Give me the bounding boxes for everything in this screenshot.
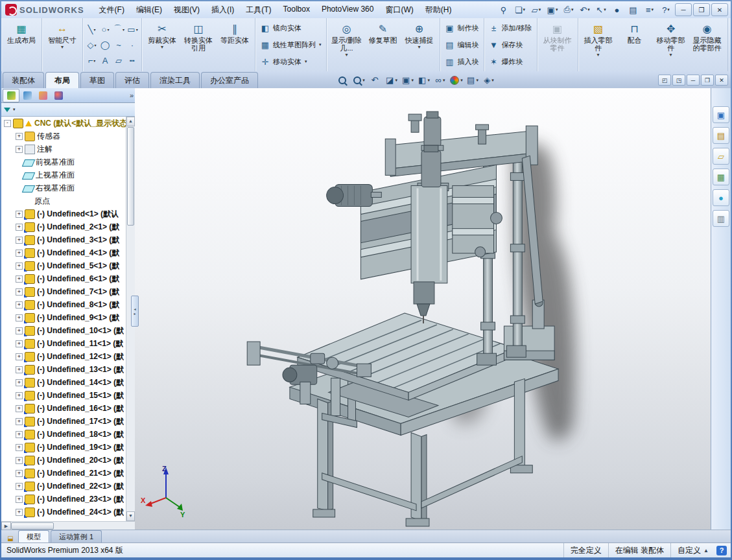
mirror-entities-button[interactable]: ◧ 镜向实体 [259, 21, 323, 36]
close-window-button[interactable]: ✕ [711, 3, 728, 16]
tree-item-component[interactable]: + (-) Undefined_3<1> (默 [1, 233, 126, 246]
tree-expander[interactable]: + [16, 288, 23, 296]
tree-expander[interactable]: + [16, 483, 23, 490]
tree-item-right-plane[interactable]: 右视基准面 [1, 181, 126, 194]
scrollbar-thumb[interactable] [127, 127, 134, 226]
mate-button[interactable]: ⊓ 配合 [617, 19, 653, 70]
tab-sketch[interactable]: 草图 [80, 72, 114, 88]
tree-item-component[interactable]: + (-) Undefined_18<1> (默 [1, 428, 126, 441]
status-help-button[interactable]: ? [716, 546, 727, 555]
zoom-fit-icon[interactable] [336, 74, 350, 86]
previous-view-icon[interactable]: ↶ [368, 74, 383, 86]
menu-tools[interactable]: 工具(T) [240, 3, 277, 18]
rectangle-tool[interactable]: ▭▾ [126, 21, 139, 37]
circle-tool[interactable]: ○▾ [99, 21, 112, 37]
menu-window[interactable]: 窗口(W) [379, 3, 419, 18]
filter-funnel-icon[interactable] [4, 108, 10, 112]
tree-item-component[interactable]: + (-) Undefined_4<1> (默 [1, 246, 126, 259]
tree-item-component[interactable]: + (-) Undefined_15<1> (默 [1, 389, 126, 402]
trim-entities-button[interactable]: ✂ 剪裁实体 ▾ [144, 19, 180, 70]
tree-horizontal-scrollbar[interactable]: ◀ ▶ [1, 521, 135, 530]
menu-edit[interactable]: 编辑(E) [130, 3, 168, 18]
ellipse-tool[interactable]: ◯ [99, 37, 112, 52]
section-view-icon[interactable]: ◪▾ [384, 74, 399, 86]
panel-overflow-chevron[interactable]: » [130, 91, 134, 99]
tree-item-component[interactable]: + (-) Undefined_14<1> (默 [1, 376, 126, 389]
select-arrow-icon[interactable]: ↖▾ [593, 3, 609, 16]
menu-toolbox[interactable]: Toolbox [277, 3, 316, 18]
edit-block-button[interactable]: ▤ 编辑块 [443, 38, 480, 52]
tree-root-assembly[interactable]: - CNC (默认<默认_显示状态 [1, 117, 126, 130]
move-entities-button[interactable]: ✛ 移动实体 ▾ [259, 54, 323, 69]
tree-expander[interactable]: - [4, 120, 11, 127]
tree-expander[interactable]: + [16, 237, 23, 244]
scroll-up-arrow[interactable]: ▲ [126, 117, 135, 126]
tree-item-component[interactable]: + (-) Undefined_11<1> (默 [1, 337, 126, 350]
new-document-icon[interactable]: ❏▾ [512, 3, 528, 16]
open-document-icon[interactable]: ▱▾ [528, 3, 544, 16]
tree-expander[interactable]: + [16, 509, 23, 516]
tree-item-top-plane[interactable]: 上视基准面 [1, 169, 126, 181]
view-orientation-icon[interactable]: ▣▾ [401, 74, 415, 86]
graphics-viewport[interactable]: Z X Y [135, 88, 711, 530]
tree-expander[interactable] [16, 172, 21, 178]
help-icon[interactable]: ?▾ [658, 3, 674, 16]
tree-item-component[interactable]: + (-) Undefined_10<1> (默 [1, 324, 126, 337]
plane-tool[interactable]: ▱ [112, 52, 126, 68]
split-pane-left-button[interactable]: ◰ [658, 75, 671, 86]
tree-expander[interactable]: + [16, 405, 23, 412]
menu-photoview[interactable]: PhotoView 360 [316, 3, 380, 18]
restore-document-button[interactable]: ❐ [701, 75, 714, 86]
display-delete-relations-button[interactable]: ◎ 显示/删除几... ▾ [329, 19, 365, 70]
tab-motion-study-1[interactable]: 运动算例 1 [51, 530, 102, 543]
menu-insert[interactable]: 插入(I) [206, 3, 240, 18]
tree-expander[interactable]: + [16, 392, 23, 399]
tree-expander[interactable]: + [16, 340, 23, 347]
tab-evaluate[interactable]: 评估 [115, 72, 149, 88]
tree-item-component[interactable]: + (-) Undefined_2<1> (默 [1, 220, 126, 233]
insert-block-button[interactable]: ▥ 插入块 [443, 54, 480, 69]
panel-splitter[interactable]: ◂▸ [131, 296, 139, 327]
tree-expander[interactable]: + [16, 275, 23, 283]
line-tool[interactable]: ╲▾ [85, 21, 99, 37]
tree-expander[interactable]: + [16, 327, 23, 334]
tab-assembly[interactable]: 装配体 [3, 72, 44, 88]
rebuild-icon[interactable]: ● [609, 3, 625, 16]
hide-show-items-icon[interactable]: ∞▾ [433, 74, 447, 86]
menu-view[interactable]: 视图(V) [168, 3, 206, 18]
property-manager-tab[interactable] [19, 89, 35, 102]
tree-item-component[interactable]: + (-) Undefined_17<1> (默 [1, 415, 126, 428]
display-style-icon[interactable]: ◧▾ [417, 74, 431, 86]
tab-layout[interactable]: 布局 [45, 72, 79, 88]
configuration-manager-tab[interactable] [35, 89, 51, 102]
make-block-button[interactable]: ▣ 制作块 [443, 21, 480, 36]
arc-tool[interactable]: ⌒▾ [112, 21, 126, 37]
tree-expander[interactable]: + [16, 133, 23, 140]
tree-item-origin[interactable]: 原点 [1, 194, 126, 207]
tree-item-component[interactable]: + (-) Undefined_24<1> (默 [1, 506, 126, 519]
menu-file[interactable]: 文件(F) [93, 3, 130, 18]
options-icon[interactable]: ≡▾ [642, 3, 657, 16]
filter-dropdown-arrow[interactable]: ▾ [13, 107, 16, 112]
display-manager-tab[interactable] [51, 89, 66, 102]
smart-dimension-button[interactable]: ↔ 智能尺寸 ▾ [44, 19, 80, 70]
tree-item-component[interactable]: + (-) Undefined_21<1> (默 [1, 467, 126, 480]
tree-expander[interactable]: + [16, 314, 23, 321]
tree-expander[interactable]: + [16, 457, 23, 464]
tree-expander[interactable]: + [16, 444, 23, 451]
tree-item-component[interactable]: + (-) Undefined_16<1> (默 [1, 402, 126, 415]
tree-item-component[interactable]: + (-) Undefined_13<1> (默 [1, 363, 126, 376]
tree-item-annotations[interactable]: + 注解 [1, 143, 126, 156]
tree-expander[interactable]: + [16, 250, 23, 257]
split-pane-right-button[interactable]: ◳ [672, 75, 685, 86]
text-tool[interactable]: A [99, 52, 112, 68]
tree-expander[interactable]: + [16, 146, 23, 153]
make-part-from-block-button[interactable]: ▣ 从块制作零件 [539, 19, 576, 70]
show-hidden-components-button[interactable]: ◉ 显示隐藏的零部件 [689, 19, 726, 70]
minimize-document-button[interactable]: ─ [687, 75, 700, 86]
feature-tree-tab[interactable] [3, 89, 19, 102]
tree-expander[interactable]: + [16, 366, 23, 373]
tree-item-component[interactable]: + (-) Undefined_7<1> (默 [1, 285, 126, 298]
quick-snaps-button[interactable]: ⊕ 快速捕捉 ▾ [401, 19, 438, 70]
tree-item-component[interactable]: + (-) Undefined_9<1> (默 [1, 311, 126, 324]
